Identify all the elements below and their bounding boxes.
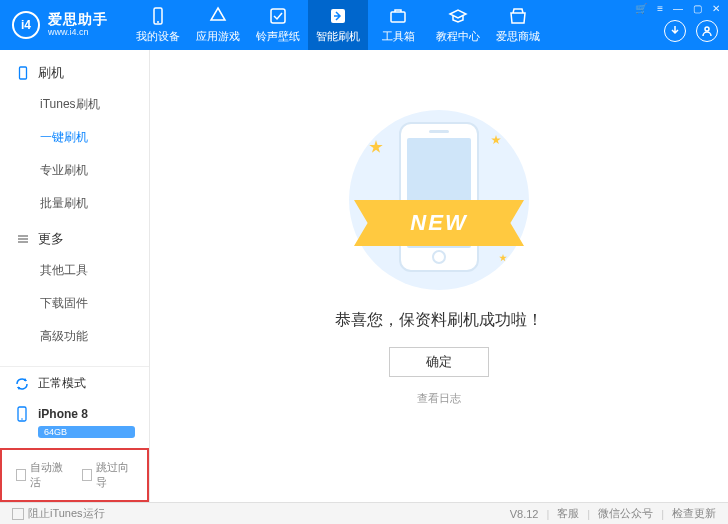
settings-icon[interactable]: ≡ <box>655 3 665 14</box>
nav-tab-label: 铃声壁纸 <box>256 29 300 44</box>
close-button[interactable]: ✕ <box>710 3 722 14</box>
device-icon <box>148 6 168 26</box>
sidebar-item[interactable]: 批量刷机 <box>0 187 149 220</box>
minimize-button[interactable]: — <box>671 3 685 14</box>
device-small-icon <box>16 66 30 80</box>
app-logo: i4 爱思助手 www.i4.cn <box>0 11 120 39</box>
refresh-icon <box>14 376 30 392</box>
phone-icon <box>14 406 30 422</box>
nav-tab-ring[interactable]: 铃声壁纸 <box>248 0 308 50</box>
new-ribbon: NEW <box>354 200 524 246</box>
version-label: V8.12 <box>510 508 539 520</box>
sidebar-item[interactable]: iTunes刷机 <box>0 88 149 121</box>
svg-point-8 <box>21 418 23 420</box>
tools-icon <box>388 6 408 26</box>
sidebar-section-title: 更多 <box>38 230 64 248</box>
device-name: iPhone 8 <box>38 407 88 421</box>
apps-icon <box>208 6 228 26</box>
nav-tab-label: 教程中心 <box>436 29 480 44</box>
sidebar-item[interactable]: 其他工具 <box>0 254 149 287</box>
success-message: 恭喜您，保资料刷机成功啦！ <box>335 310 543 331</box>
store-icon <box>508 6 528 26</box>
brand-url: www.i4.cn <box>48 28 108 38</box>
sidebar-item[interactable]: 下载固件 <box>0 287 149 320</box>
confirm-button[interactable]: 确定 <box>389 347 489 377</box>
bottom-options-highlight: 自动激活 跳过向导 <box>0 448 149 502</box>
sidebar-section-title: 刷机 <box>38 64 64 82</box>
menu-icon <box>16 232 30 246</box>
device-mode-label: 正常模式 <box>38 375 86 392</box>
svg-rect-6 <box>20 67 27 79</box>
sidebar-item[interactable]: 专业刷机 <box>0 154 149 187</box>
device-mode[interactable]: 正常模式 <box>0 367 149 400</box>
cart-icon[interactable]: 🛒 <box>633 3 649 14</box>
svg-rect-2 <box>271 9 285 23</box>
svg-point-1 <box>157 21 159 23</box>
nav-tab-label: 爱思商城 <box>496 29 540 44</box>
nav-tab-label: 智能刷机 <box>316 29 360 44</box>
sidebar-item[interactable]: 一键刷机 <box>0 121 149 154</box>
nav-tab-label: 应用游戏 <box>196 29 240 44</box>
brand-name: 爱思助手 <box>48 12 108 27</box>
auto-activate-checkbox[interactable]: 自动激活 <box>16 460 68 490</box>
nav-tab-flash[interactable]: 智能刷机 <box>308 0 368 50</box>
nav-tab-label: 我的设备 <box>136 29 180 44</box>
sidebar-section-header[interactable]: 更多 <box>0 220 149 254</box>
status-link-wechat[interactable]: 微信公众号 <box>598 506 653 521</box>
status-link-support[interactable]: 客服 <box>557 506 579 521</box>
nav-tab-device[interactable]: 我的设备 <box>128 0 188 50</box>
nav-tab-store[interactable]: 爱思商城 <box>488 0 548 50</box>
nav-tab-apps[interactable]: 应用游戏 <box>188 0 248 50</box>
device-item[interactable]: iPhone 8 64GB <box>0 400 149 448</box>
nav-tab-label: 工具箱 <box>382 29 415 44</box>
edu-icon <box>448 6 468 26</box>
nav-tab-tools[interactable]: 工具箱 <box>368 0 428 50</box>
view-log-link[interactable]: 查看日志 <box>417 391 461 406</box>
flash-icon <box>328 6 348 26</box>
block-itunes-checkbox[interactable]: 阻止iTunes运行 <box>12 506 105 521</box>
success-illustration: NEW <box>329 110 549 290</box>
logo-icon: i4 <box>12 11 40 39</box>
svg-point-5 <box>705 27 709 31</box>
device-storage-badge: 64GB <box>38 426 135 438</box>
nav-tab-edu[interactable]: 教程中心 <box>428 0 488 50</box>
sidebar-section-header[interactable]: 刷机 <box>0 54 149 88</box>
ring-icon <box>268 6 288 26</box>
status-link-update[interactable]: 检查更新 <box>672 506 716 521</box>
skip-guide-checkbox[interactable]: 跳过向导 <box>82 460 134 490</box>
svg-rect-4 <box>391 12 405 22</box>
maximize-button[interactable]: ▢ <box>691 3 704 14</box>
sidebar-item[interactable]: 高级功能 <box>0 320 149 353</box>
download-button[interactable] <box>664 20 686 42</box>
user-button[interactable] <box>696 20 718 42</box>
